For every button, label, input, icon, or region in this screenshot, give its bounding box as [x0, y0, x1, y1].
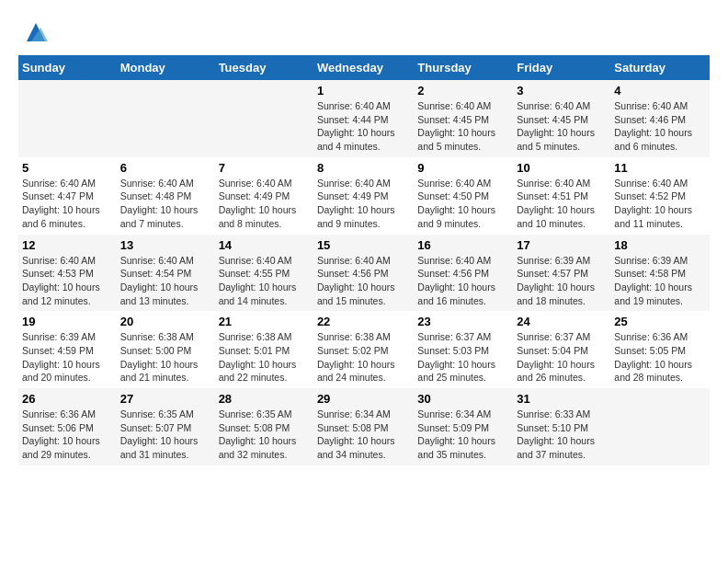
day-info: Sunrise: 6:40 AMSunset: 4:52 PMDaylight:…: [614, 177, 706, 231]
calendar-week-row: 12Sunrise: 6:40 AMSunset: 4:53 PMDayligh…: [18, 235, 710, 312]
day-number: 4: [614, 84, 706, 98]
day-number: 10: [517, 161, 607, 175]
calendar-cell: 9Sunrise: 6:40 AMSunset: 4:50 PMDaylight…: [414, 157, 513, 235]
day-number: 24: [517, 315, 607, 328]
day-info: Sunrise: 6:40 AMSunset: 4:56 PMDaylight:…: [317, 254, 410, 308]
day-number: 30: [417, 392, 509, 406]
calendar-cell: 16Sunrise: 6:40 AMSunset: 4:56 PMDayligh…: [414, 235, 513, 312]
day-number: 9: [417, 161, 509, 175]
calendar-cell: 14Sunrise: 6:40 AMSunset: 4:55 PMDayligh…: [215, 235, 313, 312]
day-info: Sunrise: 6:36 AMSunset: 5:06 PMDaylight:…: [22, 408, 113, 462]
calendar-cell: 30Sunrise: 6:34 AMSunset: 5:09 PMDayligh…: [414, 388, 513, 465]
day-info: Sunrise: 6:34 AMSunset: 5:08 PMDaylight:…: [317, 408, 410, 462]
calendar-cell: 7Sunrise: 6:40 AMSunset: 4:49 PMDaylight…: [215, 157, 313, 235]
weekday-header-thursday: Thursday: [414, 55, 513, 80]
day-info: Sunrise: 6:38 AMSunset: 5:01 PMDaylight:…: [219, 330, 310, 385]
calendar-cell: 20Sunrise: 6:38 AMSunset: 5:00 PMDayligh…: [117, 311, 215, 388]
calendar-cell: 5Sunrise: 6:40 AMSunset: 4:47 PMDaylight…: [18, 157, 117, 235]
day-number: 16: [417, 238, 509, 252]
day-number: 31: [517, 392, 607, 406]
day-number: 15: [317, 238, 410, 252]
calendar-cell: [117, 80, 215, 157]
calendar-week-row: 1Sunrise: 6:40 AMSunset: 4:44 PMDaylight…: [18, 80, 710, 157]
calendar-week-row: 19Sunrise: 6:39 AMSunset: 4:59 PMDayligh…: [18, 311, 710, 388]
day-number: 23: [417, 315, 509, 328]
weekday-header-tuesday: Tuesday: [215, 55, 313, 80]
day-number: 26: [22, 392, 113, 406]
day-number: 20: [120, 315, 211, 328]
day-number: 3: [517, 84, 607, 98]
day-info: Sunrise: 6:40 AMSunset: 4:54 PMDaylight:…: [120, 254, 211, 308]
calendar-cell: [215, 80, 313, 157]
weekday-header-saturday: Saturday: [610, 55, 710, 80]
calendar-table: SundayMondayTuesdayWednesdayThursdayFrid…: [18, 55, 710, 465]
day-info: Sunrise: 6:40 AMSunset: 4:47 PMDaylight:…: [22, 177, 113, 231]
calendar-cell: 28Sunrise: 6:35 AMSunset: 5:08 PMDayligh…: [215, 388, 313, 465]
calendar-cell: 10Sunrise: 6:40 AMSunset: 4:51 PMDayligh…: [513, 157, 610, 235]
calendar-cell: 29Sunrise: 6:34 AMSunset: 5:08 PMDayligh…: [313, 388, 414, 465]
day-info: Sunrise: 6:40 AMSunset: 4:45 PMDaylight:…: [417, 99, 509, 154]
day-info: Sunrise: 6:40 AMSunset: 4:49 PMDaylight:…: [219, 177, 310, 231]
day-info: Sunrise: 6:40 AMSunset: 4:48 PMDaylight:…: [120, 177, 211, 231]
day-info: Sunrise: 6:40 AMSunset: 4:50 PMDaylight:…: [417, 177, 509, 231]
logo: [18, 18, 50, 46]
weekday-header-wednesday: Wednesday: [313, 55, 414, 80]
day-info: Sunrise: 6:40 AMSunset: 4:45 PMDaylight:…: [517, 99, 607, 154]
day-info: Sunrise: 6:34 AMSunset: 5:09 PMDaylight:…: [417, 408, 509, 462]
day-number: 8: [317, 161, 410, 175]
day-info: Sunrise: 6:35 AMSunset: 5:07 PMDaylight:…: [120, 408, 211, 462]
calendar-cell: 3Sunrise: 6:40 AMSunset: 4:45 PMDaylight…: [513, 80, 610, 157]
day-info: Sunrise: 6:37 AMSunset: 5:04 PMDaylight:…: [517, 330, 607, 385]
day-number: 13: [120, 238, 211, 252]
calendar-cell: 18Sunrise: 6:39 AMSunset: 4:58 PMDayligh…: [610, 235, 710, 312]
day-info: Sunrise: 6:36 AMSunset: 5:05 PMDaylight:…: [614, 330, 706, 385]
day-info: Sunrise: 6:33 AMSunset: 5:10 PMDaylight:…: [517, 408, 607, 462]
day-info: Sunrise: 6:37 AMSunset: 5:03 PMDaylight:…: [417, 330, 509, 385]
day-number: 11: [614, 161, 706, 175]
day-info: Sunrise: 6:38 AMSunset: 5:02 PMDaylight:…: [317, 330, 410, 385]
day-info: Sunrise: 6:38 AMSunset: 5:00 PMDaylight:…: [120, 330, 211, 385]
calendar-cell: 13Sunrise: 6:40 AMSunset: 4:54 PMDayligh…: [117, 235, 215, 312]
calendar-cell: 24Sunrise: 6:37 AMSunset: 5:04 PMDayligh…: [513, 311, 610, 388]
weekday-header-monday: Monday: [117, 55, 215, 80]
day-info: Sunrise: 6:40 AMSunset: 4:44 PMDaylight:…: [317, 99, 410, 154]
day-number: 27: [120, 392, 211, 406]
calendar-cell: 31Sunrise: 6:33 AMSunset: 5:10 PMDayligh…: [513, 388, 610, 465]
day-number: 7: [219, 161, 310, 175]
calendar-cell: 21Sunrise: 6:38 AMSunset: 5:01 PMDayligh…: [215, 311, 313, 388]
calendar-cell: 1Sunrise: 6:40 AMSunset: 4:44 PMDaylight…: [313, 80, 414, 157]
day-number: 29: [317, 392, 410, 406]
logo-icon: [22, 18, 50, 46]
calendar-cell: [610, 388, 710, 465]
day-number: 5: [22, 161, 113, 175]
day-number: 25: [614, 315, 706, 328]
day-info: Sunrise: 6:40 AMSunset: 4:49 PMDaylight:…: [317, 177, 410, 231]
day-info: Sunrise: 6:40 AMSunset: 4:51 PMDaylight:…: [517, 177, 607, 231]
day-info: Sunrise: 6:40 AMSunset: 4:53 PMDaylight:…: [22, 254, 113, 308]
day-number: 22: [317, 315, 410, 328]
day-number: 12: [22, 238, 113, 252]
calendar-cell: 23Sunrise: 6:37 AMSunset: 5:03 PMDayligh…: [414, 311, 513, 388]
calendar-cell: 27Sunrise: 6:35 AMSunset: 5:07 PMDayligh…: [117, 388, 215, 465]
calendar-cell: 6Sunrise: 6:40 AMSunset: 4:48 PMDaylight…: [117, 157, 215, 235]
day-info: Sunrise: 6:39 AMSunset: 4:58 PMDaylight:…: [614, 254, 706, 308]
day-number: 6: [120, 161, 211, 175]
page-header: [18, 18, 710, 46]
day-number: 17: [517, 238, 607, 252]
day-number: 1: [317, 84, 410, 98]
day-info: Sunrise: 6:35 AMSunset: 5:08 PMDaylight:…: [219, 408, 310, 462]
calendar-cell: 22Sunrise: 6:38 AMSunset: 5:02 PMDayligh…: [313, 311, 414, 388]
calendar-cell: 15Sunrise: 6:40 AMSunset: 4:56 PMDayligh…: [313, 235, 414, 312]
day-number: 21: [219, 315, 310, 328]
day-number: 18: [614, 238, 706, 252]
calendar-cell: [18, 80, 117, 157]
day-number: 14: [219, 238, 310, 252]
day-info: Sunrise: 6:40 AMSunset: 4:55 PMDaylight:…: [219, 254, 310, 308]
day-info: Sunrise: 6:40 AMSunset: 4:56 PMDaylight:…: [417, 254, 509, 308]
weekday-header-friday: Friday: [513, 55, 610, 80]
calendar-cell: 2Sunrise: 6:40 AMSunset: 4:45 PMDaylight…: [414, 80, 513, 157]
day-info: Sunrise: 6:39 AMSunset: 4:57 PMDaylight:…: [517, 254, 607, 308]
calendar-cell: 19Sunrise: 6:39 AMSunset: 4:59 PMDayligh…: [18, 311, 117, 388]
day-number: 19: [22, 315, 113, 328]
calendar-cell: 12Sunrise: 6:40 AMSunset: 4:53 PMDayligh…: [18, 235, 117, 312]
